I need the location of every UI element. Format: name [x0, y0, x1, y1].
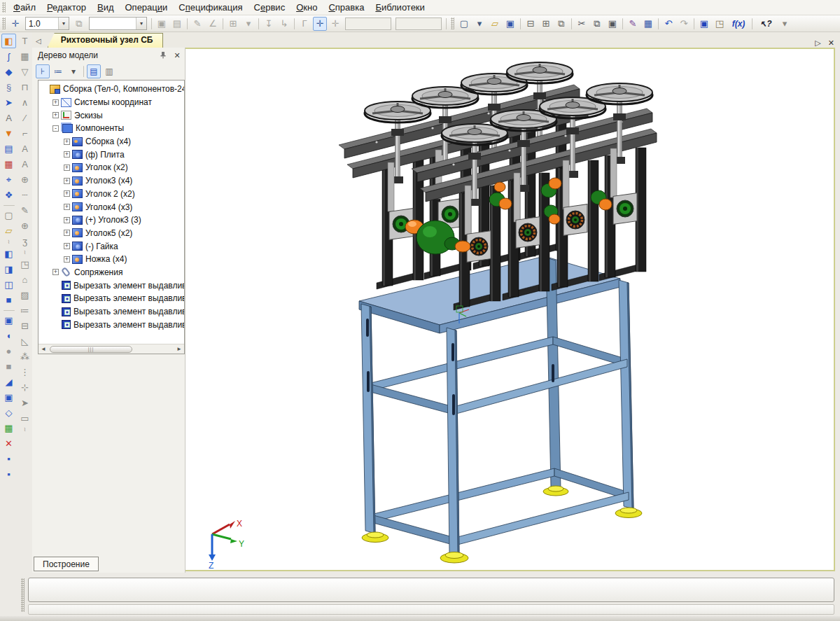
save-icon[interactable]: ▣ — [503, 17, 517, 31]
snap-settings-icon[interactable]: ✛ — [313, 17, 327, 31]
toolbar-icon[interactable] — [694, 18, 694, 29]
menu-specification[interactable]: Спецификация — [173, 1, 248, 15]
datum-icon[interactable]: ⊓ — [18, 80, 32, 95]
tree-item[interactable]: + Уголок4 (x3) — [38, 200, 184, 214]
tree-expander[interactable]: + — [64, 178, 70, 184]
undo-icon[interactable]: ↶ — [662, 17, 676, 31]
tree-expander[interactable]: + — [64, 151, 70, 158]
toolbar-icon[interactable] — [658, 18, 659, 29]
toolbar-icon[interactable] — [258, 18, 259, 29]
bounding-box-icon[interactable]: ▭ — [18, 411, 32, 426]
menu-view[interactable]: Вид — [92, 1, 120, 15]
zoom-value[interactable]: 1.0 — [26, 19, 58, 29]
menu-edit[interactable]: Редактор — [41, 1, 92, 15]
propbar-drag-handle[interactable] — [21, 578, 24, 612]
panel-specification-icon[interactable]: ▤ — [1, 141, 16, 156]
close-document-icon[interactable]: ✕ — [828, 39, 834, 48]
toolbar-drag-handle[interactable] — [2, 2, 6, 13]
tree-item[interactable]: + (+) Уголок3 (3) — [38, 214, 184, 227]
tool-shell-icon[interactable]: ▣ — [1, 390, 16, 405]
left-toolbar-icon[interactable] — [4, 205, 15, 206]
roughness-icon[interactable]: ▽ — [18, 64, 32, 79]
cursor-coordinates-icon[interactable]: ✛ — [328, 17, 342, 31]
tree-expander[interactable]: + — [64, 217, 70, 223]
tree-item[interactable]: Вырезать элемент выдавлив — [38, 318, 184, 331]
tool-cut-extrude-icon[interactable]: ▣ — [1, 313, 16, 328]
menu-window[interactable]: Окно — [290, 1, 323, 15]
tree-expander[interactable]: + — [52, 269, 59, 275]
hatch-icon[interactable]: ▨ — [18, 288, 32, 302]
tool-fillet-icon[interactable]: ◖ — [1, 328, 16, 343]
angle-icon[interactable]: ∠ — [206, 17, 220, 31]
layers-icon[interactable]: ⧉ — [72, 17, 86, 31]
variables-window-icon[interactable]: ▣ — [697, 17, 711, 31]
toolbar-icon[interactable] — [752, 18, 752, 29]
toolbar-icon[interactable] — [187, 18, 188, 29]
tool-delete-face-icon[interactable]: ✕ — [1, 436, 16, 451]
panel-mates-icon[interactable]: § — [1, 80, 16, 95]
tree-structure-button[interactable]: ⊦ — [36, 64, 50, 78]
tree-item[interactable]: Сборка (Тел-0, Компонентов-24) — [38, 83, 184, 96]
view-arrow-icon[interactable]: A — [18, 141, 32, 156]
edit-object-icon[interactable]: ✎ — [190, 17, 204, 31]
copy-properties-icon[interactable]: ✎ — [626, 17, 640, 31]
chevron-down-icon[interactable]: ▾ — [136, 18, 146, 29]
grid-icon[interactable]: ⊞ — [226, 17, 240, 31]
toolbar-icon[interactable] — [520, 18, 521, 29]
points-array-icon[interactable]: ⁂ — [18, 349, 32, 364]
left-toolbar-icon[interactable] — [4, 310, 15, 311]
tree-display-dropdown[interactable]: ≔ — [51, 64, 65, 78]
toolbar-handle-icon[interactable]: ⌇ — [18, 249, 32, 256]
condition-image-icon[interactable]: ✎ — [18, 203, 32, 218]
tree-item[interactable]: + Ножка (x4) — [38, 253, 184, 266]
tree-horizontal-scrollbar[interactable]: ◄ ||| ► — [38, 344, 184, 354]
leader-icon[interactable]: ∧ — [18, 95, 32, 110]
menu-help[interactable]: Справка — [323, 1, 370, 15]
tree-expander[interactable]: + — [64, 190, 70, 197]
tree-expander[interactable]: + — [52, 112, 59, 118]
chamfer-icon[interactable]: ◺ — [18, 334, 32, 349]
panel-elements-icon[interactable]: ❖ — [1, 188, 16, 202]
current-scale-icon[interactable]: ✛ — [8, 17, 22, 31]
panel-surfaces-icon[interactable]: ◆ — [1, 64, 16, 79]
panel-filters-icon[interactable]: ▼ — [1, 126, 16, 141]
tool-extrude-icon[interactable]: ◧ — [1, 246, 16, 261]
panel-aux-geometry-icon[interactable]: ➤ — [1, 95, 16, 110]
tree-expander[interactable]: + — [64, 243, 70, 249]
tool-body-cut-icon[interactable]: ▪ — [1, 467, 16, 482]
reference-point-icon[interactable]: ⊕ — [18, 218, 32, 233]
local-view-icon[interactable]: ⌂ — [18, 272, 32, 287]
tool-body-union-icon[interactable]: ▪ — [1, 452, 16, 466]
tab-construction[interactable]: Построение — [34, 557, 99, 571]
copy-icon[interactable]: ⧉ — [590, 17, 604, 31]
zoom-combo[interactable]: 1.0 ▾ — [25, 17, 69, 30]
tree-display-arrow[interactable]: ▾ — [66, 64, 80, 78]
tool-open-folder-icon[interactable]: ▱ — [1, 223, 16, 238]
property-bar-field[interactable] — [28, 578, 834, 602]
text-label-icon[interactable]: Т — [18, 34, 32, 48]
toolbar-overflow-icon[interactable]: ▾ — [778, 17, 792, 31]
next-tab-arrow-icon[interactable]: ▷ — [815, 39, 820, 48]
panel-check-icon[interactable]: ⌖ — [1, 172, 16, 187]
open-icon[interactable]: ▱ — [488, 17, 502, 31]
context-help-icon[interactable]: ↖? — [755, 17, 776, 31]
tool-macro-icon[interactable]: ▢ — [1, 208, 16, 223]
layers-combo[interactable]: ▾ — [89, 17, 147, 30]
projection-view-icon[interactable]: ◳ — [18, 257, 32, 272]
scroll-left-icon[interactable]: ◄ — [38, 346, 48, 352]
toolbar-icon[interactable] — [571, 18, 572, 29]
tool-draft-icon[interactable]: ■ — [1, 359, 16, 374]
panel-space-curves-icon[interactable]: ʃ — [1, 49, 16, 64]
document-tab-active[interactable]: Рихтовочный узел СБ — [48, 33, 164, 48]
pin-icon[interactable] — [158, 51, 168, 60]
paste-icon[interactable]: ▣ — [606, 17, 620, 31]
ortho-drawing-icon[interactable]: Γ — [298, 17, 312, 31]
toolbar-icon[interactable] — [223, 18, 223, 29]
new-document-icon[interactable]: ▢ — [457, 17, 471, 31]
print-preview-icon[interactable]: ⊞ — [539, 17, 553, 31]
table-icon[interactable]: ▦ — [18, 49, 32, 64]
local-cs-icon[interactable]: ↧ — [262, 17, 276, 31]
cut-line-icon[interactable]: ⌐ — [18, 126, 32, 141]
spreadsheet-icon[interactable]: ▦ — [641, 17, 655, 31]
document-structure-button[interactable]: ▤ — [87, 64, 101, 78]
